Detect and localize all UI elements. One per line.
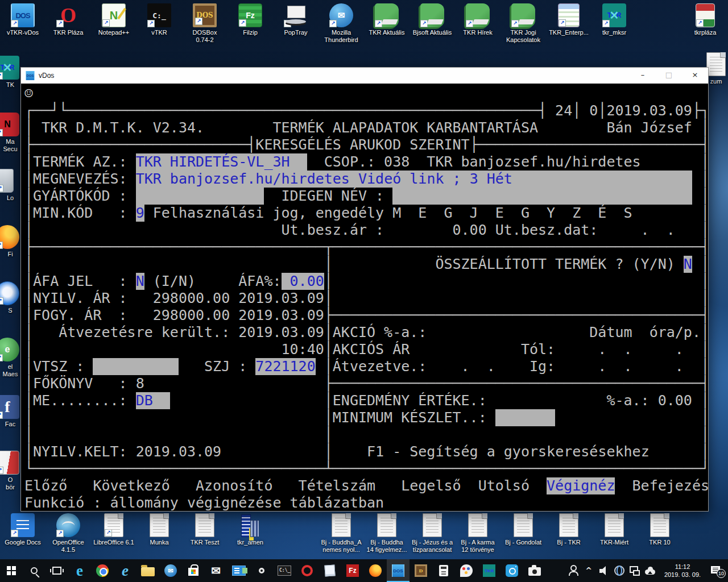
- taskbar-edge-icon[interactable]: e: [68, 559, 91, 582]
- taskbar-opera-icon[interactable]: [296, 559, 318, 582]
- menu-vegignez[interactable]: Végignéz: [547, 477, 615, 494]
- desktop-icon-tkr-teszt[interactable]: TKR Teszt: [183, 513, 226, 546]
- desktop-icon-bjsoft-aktu-lis[interactable]: ↗Bjsoft Aktuális: [411, 3, 454, 36]
- taskbar-paint-icon[interactable]: [455, 559, 478, 582]
- desktop-icon-s[interactable]: ↗S: [0, 281, 20, 314]
- desktop-icon-filzip[interactable]: Fz↗Filzip: [229, 3, 272, 36]
- desktop-icon-mozilla-thunderbird[interactable]: ✉↗Mozilla Thunderbird: [320, 3, 363, 44]
- taskbar-internet-explorer-icon[interactable]: e: [114, 559, 136, 582]
- taskbar-notepad-icon[interactable]: [318, 559, 341, 582]
- desktop-icon-dosbox-0-74-2[interactable]: DOS↗DOSBox 0.74-2: [183, 3, 226, 44]
- desktop-icon-openoffice-4-1-5[interactable]: ↗OpenOffice 4.1.5: [47, 513, 90, 554]
- volume-icon[interactable]: [599, 564, 609, 577]
- taskbar-filezilla-icon[interactable]: Fz: [341, 559, 364, 582]
- desktop-icon-tk[interactable]: TKR↗TK: [0, 56, 20, 89]
- titlebar[interactable]: DOS vDos – □ ×: [21, 68, 708, 84]
- desktop-icon-fac[interactable]: f↗Fac: [0, 395, 20, 428]
- dos-screen[interactable]: ☺┌──┘└──────────────────────────────────…: [21, 84, 708, 511]
- field-megnevezes-pad[interactable]: [512, 171, 692, 188]
- hidden-icons-chevron-icon[interactable]: ^: [584, 564, 594, 577]
- desktop-icon-tkr-10[interactable]: TKR 10: [638, 513, 681, 546]
- taskbar-start-icon[interactable]: [0, 559, 23, 582]
- desktop-icon-tkr-pl-za[interactable]: O↗TKR Pláza: [47, 3, 90, 36]
- taskbar-thunderbird-icon[interactable]: ✉: [159, 559, 182, 582]
- desktop-icon-el-maes[interactable]: e↗el Maes: [0, 338, 20, 378]
- desktop-icon-tkrpl-za[interactable]: ↗tkrpláza: [684, 3, 727, 36]
- menu-legelso[interactable]: Legelső: [401, 477, 461, 494]
- desktop-icon-notepad[interactable]: N↗Notepad++: [92, 3, 135, 36]
- desktop-icon-vtkr-vdos[interactable]: DOS↗vTKR-vDos: [1, 3, 44, 36]
- menu-azonosito[interactable]: Azonosító: [196, 477, 272, 494]
- desktop-icon-tkr-mksr[interactable]: TKR↗tkr_mksr: [593, 3, 636, 36]
- menu-elozo[interactable]: Előző: [24, 477, 67, 494]
- taskbar-instagram-icon[interactable]: [500, 559, 523, 582]
- desktop-icon-bj-buddha-14-figyelmez[interactable]: Bj - Buddha 14 figyelmez...: [365, 513, 408, 554]
- field-osszeallitott[interactable]: N: [684, 256, 692, 273]
- menu-befejezes[interactable]: Befejezés: [632, 477, 708, 494]
- taskbar-settings-icon[interactable]: [250, 559, 273, 582]
- people-icon[interactable]: [568, 564, 578, 577]
- minimize-button[interactable]: –: [630, 68, 656, 84]
- desktop-icon-bj-tkr[interactable]: Bj - TKR: [547, 513, 590, 546]
- desktop-icon-vtkr[interactable]: C:_↗vTKR: [138, 3, 181, 36]
- desktop-icon-label: Notepad++: [92, 29, 135, 36]
- section-title: ┤KERESGÉLÉS ARUKOD SZERINT├: [247, 136, 478, 153]
- field-min-kod[interactable]: 9: [136, 205, 144, 222]
- taskbar-camera-icon[interactable]: [523, 559, 546, 582]
- desktop-icon-libreoffice-6-1[interactable]: ↗LibreOffice 6.1: [92, 513, 135, 546]
- desktop-icon-tkr-h-rek[interactable]: ↗TKR Hírek: [456, 3, 499, 36]
- field-gyartokod[interactable]: [136, 188, 264, 205]
- taskbar-search-icon[interactable]: [23, 559, 46, 582]
- ethernet-icon[interactable]: [630, 564, 640, 577]
- field-me[interactable]: DB: [136, 392, 170, 409]
- desktop-icon-bj-buddha-a-nemes-nyol[interactable]: Bj - Buddha_A nemes nyol...: [320, 513, 363, 554]
- desktop-icon-munka[interactable]: Munka: [138, 513, 181, 546]
- close-button[interactable]: ×: [682, 68, 708, 84]
- desktop-icon-poptray[interactable]: ↗PopTray: [274, 3, 317, 36]
- field-szj[interactable]: 7221120: [255, 358, 315, 375]
- desktop-icon-tkr-amen[interactable]: tkr_amen: [229, 513, 272, 546]
- taskbar-photos-icon[interactable]: [228, 559, 250, 582]
- field-afa-szazalek[interactable]: 0.00: [282, 273, 324, 290]
- desktop-icon-bj-j-zus-s-a-t-zparancsolat[interactable]: Bj - Jézus és a tízparancsolat: [411, 513, 454, 554]
- desktop-icon-lo[interactable]: ↗Lo: [0, 169, 20, 202]
- field-minimum-keszlet[interactable]: [495, 409, 555, 426]
- desktop-icon-fi[interactable]: ↗Fi: [0, 225, 20, 258]
- taskbar-dosbox-icon[interactable]: D: [410, 559, 432, 582]
- desktop-icon-ma-secu[interactable]: N↗Ma Secu: [0, 113, 20, 153]
- taskbar-calculator-icon[interactable]: [432, 559, 455, 582]
- taskbar-firefox-icon[interactable]: [364, 559, 387, 582]
- dos-text: │: [24, 307, 33, 324]
- menu-kovetkezo[interactable]: Következő: [93, 477, 169, 494]
- menu-utolso[interactable]: Utolsó: [478, 477, 530, 494]
- taskbar-microsoft-store-icon[interactable]: [182, 559, 205, 582]
- field-megnevezes[interactable]: TKR banjozsef.hu/hirdetes Videó link ; 3…: [136, 171, 512, 188]
- desktop-icon-o-b-r[interactable]: ↗O bör: [0, 451, 20, 491]
- desktop-icon-google-docs[interactable]: ↗Google Docs: [1, 513, 44, 546]
- field-vtsz[interactable]: [93, 358, 179, 375]
- field-termek-az[interactable]: TKR HIRDETÉS-VL_3H: [136, 153, 307, 171]
- field-idegen-nev[interactable]: [392, 188, 692, 205]
- taskbar-file-explorer-icon[interactable]: [136, 559, 159, 582]
- action-center-icon[interactable]: 10: [710, 564, 722, 577]
- clock[interactable]: 11:12 2019. 03. 09.: [660, 563, 705, 579]
- desktop-icon-tkr-aktu-lis[interactable]: ↗TKR Aktuális: [365, 3, 408, 36]
- taskbar-tkr-icon[interactable]: TKR: [478, 559, 500, 582]
- taskbar-vdos-icon[interactable]: DOS: [387, 559, 410, 582]
- taskbar-mail-icon[interactable]: ✉: [205, 559, 228, 582]
- menu-tetelszam[interactable]: Tételszám: [299, 477, 375, 494]
- field-afa-jel[interactable]: N: [136, 273, 144, 290]
- onedrive-icon[interactable]: [645, 564, 655, 577]
- desktop-icon-tkr-jogi-kapcsolatok[interactable]: ↗TKR Jogi Kapcsolatok: [502, 3, 545, 44]
- taskbar-chrome-icon[interactable]: [91, 559, 114, 582]
- opera-glyph: [301, 565, 313, 576]
- taskbar-command-prompt-icon[interactable]: C:\_: [273, 559, 296, 582]
- taskbar-task-view-icon[interactable]: [46, 559, 68, 582]
- desktop-icon-tkr-enterp[interactable]: ↗TKR_Enterp...: [547, 3, 590, 36]
- desktop-icon-bj-a-karma-12-t-rv-nye[interactable]: Bj - A karma 12 törvénye: [456, 513, 499, 554]
- desktop-icon-tkr-mi-rt[interactable]: TKR-Miért: [593, 513, 636, 546]
- shortcut-arrow-icon: ↗: [102, 19, 110, 27]
- network-globe-icon[interactable]: [614, 564, 624, 577]
- desktop-icon-bj-gondolat[interactable]: Bj - Gondolat: [502, 513, 545, 546]
- maximize-button[interactable]: □: [656, 68, 682, 84]
